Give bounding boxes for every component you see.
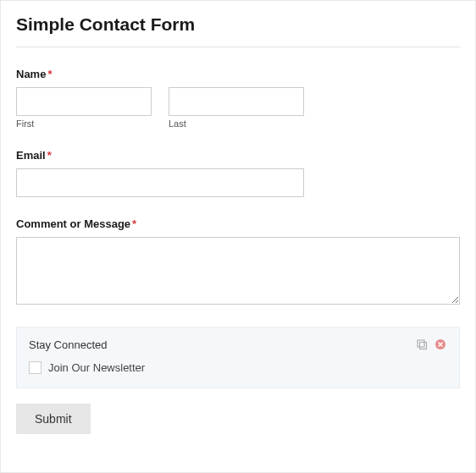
- email-label-text: Email: [16, 149, 46, 162]
- newsletter-label: Join Our Newsletter: [48, 361, 145, 374]
- last-name-col: Last: [169, 87, 304, 129]
- name-field-group: Name* First Last: [16, 66, 460, 129]
- email-label: Email*: [16, 149, 52, 162]
- submit-button[interactable]: Submit: [16, 404, 91, 434]
- first-name-col: First: [16, 87, 152, 129]
- newsletter-checkbox-row[interactable]: Join Our Newsletter: [29, 361, 447, 374]
- comment-field-group: Comment or Message*: [16, 216, 460, 308]
- duplicate-icon[interactable]: [415, 338, 429, 351]
- comment-textarea[interactable]: [16, 237, 460, 305]
- form-title: Simple Contact Form: [16, 14, 460, 35]
- svg-rect-1: [420, 343, 427, 349]
- delete-icon[interactable]: [434, 338, 447, 351]
- email-input[interactable]: [16, 168, 304, 197]
- stay-connected-panel: Stay Connected Join Our Newsletter: [16, 327, 460, 388]
- comment-label: Comment or Message*: [16, 217, 136, 230]
- first-name-sublabel: First: [16, 118, 152, 129]
- name-label-text: Name: [16, 68, 46, 80]
- email-required: *: [47, 149, 52, 162]
- last-name-input[interactable]: [169, 87, 304, 116]
- name-row: First Last: [16, 87, 460, 129]
- email-field-group: Email*: [16, 147, 460, 197]
- last-name-sublabel: Last: [169, 118, 304, 129]
- svg-rect-0: [418, 340, 424, 347]
- form-container: Simple Contact Form Name* First Last Ema…: [0, 0, 476, 473]
- first-name-input[interactable]: [16, 87, 152, 116]
- divider: [16, 47, 460, 47]
- stay-connected-title: Stay Connected: [29, 338, 108, 351]
- name-required: *: [47, 68, 52, 80]
- comment-label-text: Comment or Message: [16, 217, 130, 230]
- newsletter-checkbox[interactable]: [29, 361, 42, 374]
- comment-required: *: [132, 217, 136, 230]
- stay-connected-icons: [415, 338, 447, 351]
- name-label: Name*: [16, 68, 52, 80]
- stay-connected-header: Stay Connected: [29, 338, 447, 351]
